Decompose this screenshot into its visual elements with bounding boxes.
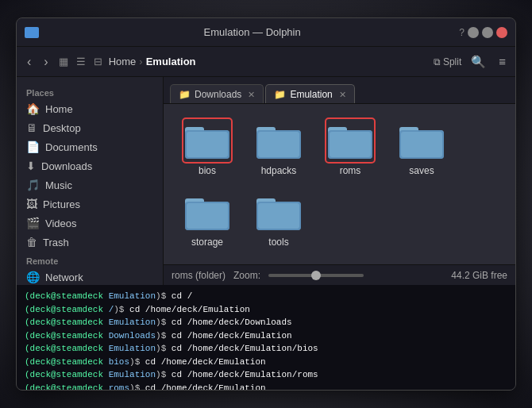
content-area: 📁 Downloads ✕ 📁 Emulation ✕ xyxy=(164,77,515,285)
svg-rect-7 xyxy=(258,132,299,157)
tab-emulation-icon: 📁 xyxy=(274,89,286,100)
term-line-4: (deck@steamdeck Downloads)$ cd /home/dec… xyxy=(25,329,507,343)
sidebar-item-videos-label: Videos xyxy=(45,217,77,229)
sidebar-item-documents[interactable]: 📄 Documents xyxy=(17,137,163,156)
folder-svg-storage xyxy=(183,191,231,233)
search-button[interactable]: 🔍 xyxy=(468,53,489,71)
toolbar: ‹ › ▦ ☰ ⊟ Home › Emulation ⧉ Split 🔍 ≡ xyxy=(17,47,515,77)
split-button[interactable]: ⧉ Split xyxy=(434,56,461,67)
trash-icon: 🗑 xyxy=(26,236,37,248)
sidebar-item-music-label: Music xyxy=(45,179,72,191)
file-item-tools[interactable]: tools xyxy=(247,187,310,251)
folder-svg-tools xyxy=(255,191,303,233)
app-icon xyxy=(25,27,39,38)
file-item-roms[interactable]: roms xyxy=(318,116,382,179)
sidebar-item-home[interactable]: 🏠 Home xyxy=(17,99,163,118)
sidebar-item-pictures-label: Pictures xyxy=(43,198,80,210)
zoom-slider[interactable] xyxy=(268,274,364,277)
breadcrumb-emulation[interactable]: Emulation xyxy=(146,56,196,67)
file-label-hdpacks: hdpacks xyxy=(261,165,297,176)
downloads-icon: ⬇ xyxy=(26,160,36,172)
main-area: Places 🏠 Home 🖥 Desktop 📄 Documents ⬇ Do… xyxy=(17,77,515,285)
home-icon: 🏠 xyxy=(26,102,40,115)
folder-icon-roms xyxy=(326,119,374,162)
folder-svg-saves xyxy=(398,119,445,162)
file-label-storage: storage xyxy=(191,237,223,248)
documents-icon: 📄 xyxy=(26,140,40,153)
tab-downloads[interactable]: 📁 Downloads ✕ xyxy=(170,84,264,103)
desktop-icon: 🖥 xyxy=(26,121,37,134)
statusbar-info: roms (folder) xyxy=(172,270,226,281)
sidebar-item-documents-label: Documents xyxy=(45,141,98,153)
help-button[interactable]: ? xyxy=(459,27,465,38)
folder-icon-bios xyxy=(183,119,231,162)
sidebar-item-desktop[interactable]: 🖥 Desktop xyxy=(17,118,163,137)
sidebar-item-music[interactable]: 🎵 Music xyxy=(17,175,163,194)
sidebar: Places 🏠 Home 🖥 Desktop 📄 Documents ⬇ Do… xyxy=(17,77,164,285)
file-label-tools: tools xyxy=(268,237,288,248)
svg-rect-3 xyxy=(187,132,228,157)
file-item-saves[interactable]: saves xyxy=(390,116,453,179)
terminal[interactable]: (deck@steamdeck Emulation)$ cd / (deck@s… xyxy=(17,285,515,390)
term-line-7: (deck@steamdeck Emulation)$ cd /home/dec… xyxy=(25,368,507,382)
file-label-saves: saves xyxy=(409,165,434,176)
tab-emulation-close[interactable]: ✕ xyxy=(339,90,346,100)
file-item-bios[interactable]: bios xyxy=(175,116,239,179)
breadcrumb: Home › Emulation xyxy=(109,56,196,67)
term-line-6: (deck@steamdeck bios)$ cd /home/deck/Emu… xyxy=(25,356,507,369)
term-line-2: (deck@steamdeck /)$ cd /home/deck/Emulat… xyxy=(25,303,507,317)
sidebar-item-desktop-label: Desktop xyxy=(43,122,81,134)
tab-downloads-icon: 📁 xyxy=(179,89,191,100)
tab-downloads-label: Downloads xyxy=(195,89,241,100)
statusbar: roms (folder) Zoom: 44.2 GiB free xyxy=(164,264,515,285)
sidebar-item-pictures[interactable]: 🖼 Pictures xyxy=(17,194,163,214)
svg-rect-11 xyxy=(330,132,371,157)
titlebar: Emulation — Dolphin ? xyxy=(17,18,515,47)
folder-icon-hdpacks xyxy=(255,119,303,162)
folder-svg-hdpacks xyxy=(255,119,303,162)
breadcrumb-sep-1: › xyxy=(139,56,142,67)
menu-button[interactable]: ≡ xyxy=(495,53,509,70)
sidebar-item-network-label: Network xyxy=(45,271,83,283)
tab-emulation[interactable]: 📁 Emulation ✕ xyxy=(265,84,354,103)
svg-rect-19 xyxy=(187,203,228,229)
folder-svg-roms xyxy=(326,119,374,162)
term-line-1: (deck@steamdeck Emulation)$ cd / xyxy=(25,290,507,303)
pictures-icon: 🖼 xyxy=(26,198,37,210)
forward-button[interactable]: › xyxy=(40,53,52,71)
window-title: Emulation — Dolphin xyxy=(45,26,459,38)
term-line-3: (deck@steamdeck Emulation)$ cd /home/dec… xyxy=(25,316,507,329)
minimize-button[interactable] xyxy=(468,27,479,38)
sidebar-item-trash[interactable]: 🗑 Trash xyxy=(17,233,163,252)
maximize-button[interactable] xyxy=(482,27,493,38)
tab-downloads-close[interactable]: ✕ xyxy=(248,90,255,100)
folder-svg-bios xyxy=(183,119,231,162)
svg-rect-15 xyxy=(401,132,442,157)
folder-icon-saves xyxy=(398,119,445,162)
split-label: Split xyxy=(443,56,461,67)
sidebar-section-places: Places xyxy=(17,83,163,99)
sidebar-item-trash-label: Trash xyxy=(43,237,69,248)
folder-icon-storage xyxy=(183,191,231,233)
split-icon: ⧉ xyxy=(434,56,441,67)
file-label-roms: roms xyxy=(340,165,361,176)
sidebar-item-network[interactable]: 🌐 Network xyxy=(17,268,163,285)
back-button[interactable]: ‹ xyxy=(23,53,35,71)
file-item-storage[interactable]: storage xyxy=(175,187,239,251)
file-item-hdpacks[interactable]: hdpacks xyxy=(247,116,310,179)
sidebar-item-downloads[interactable]: ⬇ Downloads xyxy=(17,156,163,175)
term-line-8: (deck@steamdeck roms)$ cd /home/deck/Emu… xyxy=(25,382,507,391)
toolbar-right: ⧉ Split 🔍 ≡ xyxy=(434,53,509,71)
zoom-label: Zoom: xyxy=(233,270,260,281)
sidebar-section-remote: Remote xyxy=(17,252,163,268)
tab-emulation-label: Emulation xyxy=(290,89,332,100)
free-space: 44.2 GiB free xyxy=(451,270,507,281)
close-button[interactable] xyxy=(496,27,507,38)
sidebar-item-videos[interactable]: 🎬 Videos xyxy=(17,214,163,233)
svg-rect-23 xyxy=(258,203,299,229)
tab-bar: 📁 Downloads ✕ 📁 Emulation ✕ xyxy=(164,77,515,104)
main-window: Emulation — Dolphin ? ‹ › ▦ ☰ ⊟ Home › E… xyxy=(16,17,516,391)
breadcrumb-home[interactable]: Home xyxy=(109,56,137,67)
videos-icon: 🎬 xyxy=(26,217,40,229)
view-icon-compact: ⊟ xyxy=(94,56,102,67)
